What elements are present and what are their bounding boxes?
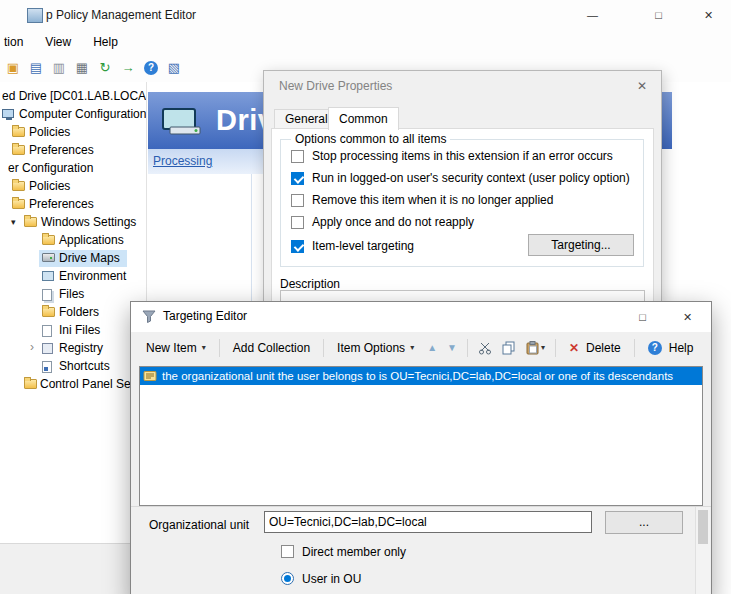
- paste-icon: [526, 341, 539, 355]
- organizational-unit-label: Organizational unit: [149, 518, 249, 532]
- browse-button[interactable]: ...: [605, 511, 683, 534]
- new-item-button[interactable]: New Item ▾: [139, 337, 213, 359]
- tree-row: Applications: [0, 232, 146, 249]
- cut-button[interactable]: [474, 338, 496, 358]
- tree-row: Folders: [0, 304, 146, 321]
- tree-item-control-panel-settings[interactable]: Control Panel Sett: [40, 376, 137, 393]
- menu-help[interactable]: Help: [93, 35, 118, 49]
- tree-row: Policies: [0, 178, 146, 195]
- copy-button[interactable]: [498, 338, 520, 358]
- tree-item-shortcuts[interactable]: Shortcuts: [59, 358, 110, 375]
- targeting-button[interactable]: Targeting...: [528, 234, 634, 256]
- menu-action[interactable]: tion: [4, 35, 23, 49]
- user-in-ou-radio[interactable]: [281, 572, 294, 585]
- option-label: Run in logged-on user's security context…: [312, 171, 630, 185]
- environment-icon: [42, 271, 54, 281]
- bottom-left-panel: [0, 543, 130, 594]
- tree-row: ed Drive [DC01.LAB.LOCA: [0, 88, 146, 105]
- console-tree: ed Drive [DC01.LAB.LOCA Computer Configu…: [0, 82, 146, 594]
- pane-column-divider: [251, 174, 252, 304]
- stop-processing-checkbox[interactable]: [291, 150, 304, 163]
- toolbar-separator: [467, 339, 468, 357]
- shortcut-icon: [42, 361, 52, 373]
- tree-row: Drive Maps: [0, 250, 146, 267]
- close-icon[interactable]: ✕: [629, 76, 655, 96]
- tree-item-preferences-user[interactable]: Preferences: [29, 196, 94, 213]
- expander-open-icon[interactable]: ▾: [11, 214, 16, 231]
- tree-item-computer-configuration[interactable]: Computer Configuration: [19, 106, 146, 123]
- minimize-button[interactable]: —: [570, 0, 615, 30]
- item-level-targeting-checkbox[interactable]: [291, 240, 304, 253]
- document-icon: [42, 325, 52, 337]
- folder-icon: [12, 199, 25, 209]
- description-label: Description: [280, 277, 340, 291]
- copy-icon: [502, 341, 516, 355]
- refresh-icon[interactable]: ↻: [95, 58, 115, 78]
- direct-member-only-checkbox[interactable]: [281, 545, 294, 558]
- close-button[interactable]: ✕: [665, 302, 710, 332]
- maximize-button[interactable]: □: [636, 0, 681, 30]
- apply-once-checkbox[interactable]: [291, 216, 304, 229]
- console-tree-icon[interactable]: ▤: [26, 58, 46, 78]
- help-icon[interactable]: ?: [141, 58, 161, 78]
- scrollbar-thumb[interactable]: [698, 510, 708, 544]
- item-options-button[interactable]: Item Options ▾: [330, 337, 421, 359]
- add-collection-button[interactable]: Add Collection: [226, 337, 317, 359]
- targeting-item-text: the organizational unit the user belongs…: [162, 370, 673, 382]
- run-in-user-context-checkbox[interactable]: [291, 172, 304, 185]
- expander-closed-icon[interactable]: ›: [30, 339, 34, 356]
- export-list-icon[interactable]: →: [118, 58, 138, 78]
- main-titlebar: p Policy Management Editor — □ ✕: [0, 0, 731, 30]
- processing-link[interactable]: Processing: [153, 154, 212, 168]
- close-button[interactable]: ✕: [686, 0, 731, 30]
- menu-view[interactable]: View: [45, 35, 71, 49]
- targeting-toolbar: New Item ▾ Add Collection Item Options ▾…: [131, 332, 711, 363]
- folder-icon: [42, 307, 55, 317]
- paste-button[interactable]: ▾: [522, 338, 549, 358]
- targeting-item-selected[interactable]: the organizational unit the user belongs…: [140, 367, 702, 385]
- tree-row: Control Panel Sett: [0, 376, 146, 393]
- chevron-down-icon: ▾: [410, 343, 414, 352]
- tree-item-drive-maps[interactable]: Drive Maps: [59, 250, 120, 267]
- tree-row: Computer Configuration: [0, 106, 146, 123]
- tree-item-preferences[interactable]: Preferences: [29, 142, 94, 159]
- tree-row: Files: [0, 286, 146, 303]
- tree-item-user-configuration[interactable]: er Configuration: [8, 160, 93, 177]
- tree-item-applications[interactable]: Applications: [59, 232, 124, 249]
- tab-common[interactable]: Common: [328, 107, 399, 130]
- delete-button[interactable]: ✕ Delete: [562, 337, 628, 359]
- tree-item-windows-settings[interactable]: Windows Settings: [41, 214, 136, 231]
- tree-row: Shortcuts: [0, 358, 146, 375]
- tree-item-gpo[interactable]: ed Drive [DC01.LAB.LOCA: [2, 88, 146, 105]
- detail-panel-scrollbar[interactable]: [695, 507, 710, 594]
- tree-item-policies-user[interactable]: Policies: [29, 178, 70, 195]
- option-row: Remove this item when it is no longer ap…: [291, 192, 553, 208]
- option-label: Remove this item when it is no longer ap…: [312, 193, 553, 207]
- tree-item-policies[interactable]: Policies: [29, 124, 70, 141]
- remove-when-not-applied-checkbox[interactable]: [291, 194, 304, 207]
- organizational-unit-item-icon: [143, 370, 157, 382]
- move-down-button[interactable]: ▼: [443, 339, 461, 356]
- targeting-item-list[interactable]: the organizational unit the user belongs…: [139, 366, 703, 506]
- printer-icon[interactable]: ▦: [72, 58, 92, 78]
- new-drive-properties-dialog: New Drive Properties ✕ General Common Op…: [263, 70, 662, 304]
- tree-item-environment[interactable]: Environment: [59, 268, 126, 285]
- maximize-button[interactable]: □: [620, 302, 665, 332]
- help-button[interactable]: ? Help: [641, 337, 701, 359]
- tree-item-ini-files[interactable]: Ini Files: [59, 322, 100, 339]
- window-title: p Policy Management Editor: [46, 8, 196, 22]
- tree-row: Environment: [0, 268, 146, 285]
- nav-window-icon[interactable]: ▣: [3, 58, 23, 78]
- tree-row: Preferences: [0, 142, 146, 159]
- clipboard-icon[interactable]: ▥: [49, 58, 69, 78]
- move-up-button[interactable]: ▲: [423, 339, 441, 356]
- tree-item-registry[interactable]: Registry: [59, 340, 103, 357]
- files-icon: [42, 289, 52, 301]
- tree-row: er Configuration: [0, 160, 146, 177]
- list-view-icon[interactable]: ▧: [164, 58, 184, 78]
- tab-page: Options common to all items Stop process…: [271, 128, 654, 302]
- organizational-unit-input[interactable]: [264, 511, 592, 533]
- tree-item-folders[interactable]: Folders: [59, 304, 99, 321]
- toolbar-separator: [555, 339, 556, 357]
- tree-item-files[interactable]: Files: [59, 286, 84, 303]
